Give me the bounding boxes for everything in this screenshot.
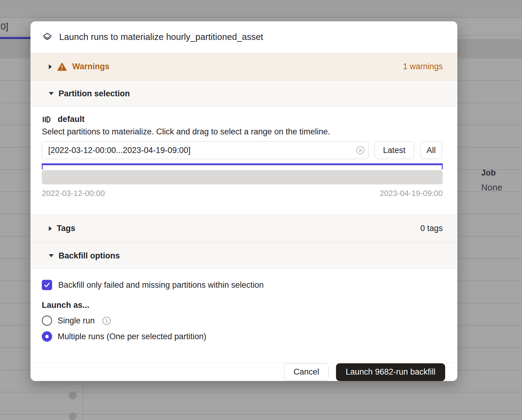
launch-backfill-dialog: Launch runs to materialize hourly_partit… xyxy=(30,21,457,381)
timeline-end-label: 2023-04-19-09:00 xyxy=(380,189,443,198)
single-run-radio[interactable] xyxy=(42,315,52,326)
launch-backfill-button[interactable]: Launch 9682-run backfill xyxy=(336,363,445,381)
partition-range-input[interactable] xyxy=(42,141,369,159)
range-start-tick xyxy=(42,163,43,169)
backfill-options-header: Backfill options xyxy=(59,251,120,261)
timeline-date-row: 2022-03-12-00:00 2023-04-19-09:00 xyxy=(42,189,443,198)
single-run-option: Single run xyxy=(42,315,443,326)
warnings-section-toggle[interactable]: Warnings 1 warnings xyxy=(30,53,457,80)
info-icon[interactable] xyxy=(102,316,111,325)
multiple-runs-option: Multiple runs (One per selected partitio… xyxy=(42,331,443,342)
backfill-options-toggle[interactable]: Backfill options xyxy=(30,243,457,269)
partition-selection-body: default Select partitions to materialize… xyxy=(30,107,457,214)
failed-missing-checkbox-label: Backfill only failed and missing partiti… xyxy=(58,280,264,290)
partition-input-row: Latest All xyxy=(42,141,443,159)
backfill-options-body: Backfill only failed and missing partiti… xyxy=(30,269,457,363)
materialize-icon xyxy=(42,32,52,42)
partition-timeline[interactable] xyxy=(42,170,443,184)
multiple-runs-label: Multiple runs (One per selected partitio… xyxy=(58,332,206,341)
chevron-down-icon xyxy=(49,92,54,95)
dialog-title: Launch runs to materialize hourly_partit… xyxy=(59,32,263,42)
selected-range-bar xyxy=(42,163,443,165)
partition-range-wrap xyxy=(42,141,369,159)
chevron-right-icon xyxy=(49,64,52,69)
dialog-footer: Cancel Launch 9682-run backfill xyxy=(30,363,457,381)
single-run-label: Single run xyxy=(58,316,95,326)
launch-as-label: Launch as... xyxy=(42,301,443,310)
tags-section-toggle[interactable]: Tags 0 tags xyxy=(30,214,457,243)
tags-count: 0 tags xyxy=(420,224,443,233)
check-icon xyxy=(43,281,51,289)
chevron-down-icon xyxy=(49,254,54,257)
selected-range-indicator xyxy=(42,163,443,169)
partition-selection-toggle[interactable]: Partition selection xyxy=(30,80,457,107)
warnings-label: Warnings xyxy=(72,62,109,71)
warning-triangle-icon xyxy=(57,62,67,71)
clear-selection-button[interactable] xyxy=(356,146,365,155)
dialog-header: Launch runs to materialize hourly_partit… xyxy=(30,21,457,53)
latest-button[interactable]: Latest xyxy=(374,141,414,159)
cancel-button[interactable]: Cancel xyxy=(284,363,329,381)
multiple-runs-radio[interactable] xyxy=(42,331,52,342)
partition-selection-header: Partition selection xyxy=(59,89,130,98)
failed-missing-checkbox[interactable] xyxy=(42,280,52,290)
dimension-row: default xyxy=(42,115,443,124)
all-button[interactable]: All xyxy=(420,141,442,159)
circle-x-icon xyxy=(356,146,365,155)
partition-set-icon xyxy=(42,115,51,124)
warnings-count: 1 warnings xyxy=(403,62,443,71)
range-end-tick xyxy=(442,163,443,169)
timeline-start-label: 2022-03-12-00:00 xyxy=(42,189,105,198)
chevron-right-icon xyxy=(49,226,52,231)
failed-missing-checkbox-row: Backfill only failed and missing partiti… xyxy=(42,280,443,290)
dimension-name: default xyxy=(58,115,85,124)
tags-header: Tags xyxy=(57,224,75,233)
partition-instructions: Select partitions to materialize. Click … xyxy=(42,127,443,137)
